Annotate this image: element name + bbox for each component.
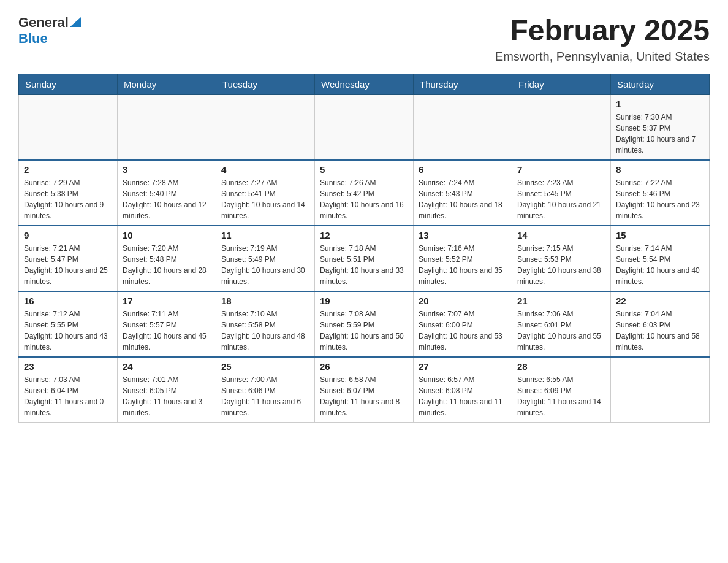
calendar-cell: 20Sunrise: 7:07 AM Sunset: 6:00 PM Dayli… <box>414 291 512 357</box>
day-number: 16 <box>24 296 112 306</box>
calendar-table: SundayMondayTuesdayWednesdayThursdayFrid… <box>18 74 710 423</box>
calendar-week-row: 23Sunrise: 7:03 AM Sunset: 6:04 PM Dayli… <box>19 357 710 423</box>
day-info: Sunrise: 7:16 AM Sunset: 5:52 PM Dayligh… <box>419 243 507 287</box>
calendar-cell <box>512 94 611 160</box>
day-number: 17 <box>123 296 211 306</box>
calendar-week-row: 1Sunrise: 7:30 AM Sunset: 5:37 PM Daylig… <box>19 94 710 160</box>
day-info: Sunrise: 7:27 AM Sunset: 5:41 PM Dayligh… <box>221 177 309 221</box>
logo-general-text: General <box>18 15 69 31</box>
day-number: 24 <box>123 361 211 372</box>
day-number: 7 <box>517 164 605 175</box>
location-title: Emsworth, Pennsylvania, United States <box>495 50 710 64</box>
day-info: Sunrise: 6:57 AM Sunset: 6:08 PM Dayligh… <box>419 374 507 418</box>
day-info: Sunrise: 7:18 AM Sunset: 5:51 PM Dayligh… <box>320 243 408 287</box>
day-info: Sunrise: 7:07 AM Sunset: 6:00 PM Dayligh… <box>419 308 507 353</box>
calendar-cell: 11Sunrise: 7:19 AM Sunset: 5:49 PM Dayli… <box>216 226 315 291</box>
day-number: 6 <box>419 164 507 175</box>
day-info: Sunrise: 7:30 AM Sunset: 5:37 PM Dayligh… <box>616 112 704 156</box>
day-info: Sunrise: 7:06 AM Sunset: 6:01 PM Dayligh… <box>517 308 605 353</box>
day-info: Sunrise: 7:11 AM Sunset: 5:57 PM Dayligh… <box>123 308 211 353</box>
calendar-cell: 27Sunrise: 6:57 AM Sunset: 6:08 PM Dayli… <box>414 357 512 423</box>
calendar-header-row: SundayMondayTuesdayWednesdayThursdayFrid… <box>19 74 710 94</box>
day-number: 27 <box>419 361 507 372</box>
day-info: Sunrise: 7:03 AM Sunset: 6:04 PM Dayligh… <box>24 374 112 418</box>
calendar-week-row: 16Sunrise: 7:12 AM Sunset: 5:55 PM Dayli… <box>19 291 710 357</box>
day-info: Sunrise: 7:00 AM Sunset: 6:06 PM Dayligh… <box>221 374 309 418</box>
calendar-cell: 10Sunrise: 7:20 AM Sunset: 5:48 PM Dayli… <box>118 226 216 291</box>
col-header-sunday: Sunday <box>19 74 118 94</box>
day-info: Sunrise: 7:24 AM Sunset: 5:43 PM Dayligh… <box>419 177 507 221</box>
day-number: 15 <box>616 230 704 240</box>
page-header: General Blue February 2025 Emsworth, Pen… <box>18 15 710 64</box>
day-number: 2 <box>24 164 112 175</box>
calendar-cell: 24Sunrise: 7:01 AM Sunset: 6:05 PM Dayli… <box>118 357 216 423</box>
day-info: Sunrise: 7:22 AM Sunset: 5:46 PM Dayligh… <box>616 177 704 221</box>
day-info: Sunrise: 7:28 AM Sunset: 5:40 PM Dayligh… <box>123 177 211 221</box>
calendar-cell: 12Sunrise: 7:18 AM Sunset: 5:51 PM Dayli… <box>315 226 414 291</box>
logo-triangle-icon <box>70 17 81 27</box>
day-number: 8 <box>616 164 704 175</box>
calendar-cell: 9Sunrise: 7:21 AM Sunset: 5:47 PM Daylig… <box>19 226 118 291</box>
logo: General Blue <box>18 15 81 47</box>
day-info: Sunrise: 7:15 AM Sunset: 5:53 PM Dayligh… <box>517 243 605 287</box>
day-info: Sunrise: 7:08 AM Sunset: 5:59 PM Dayligh… <box>320 308 408 353</box>
calendar-cell <box>19 94 118 160</box>
calendar-cell <box>216 94 315 160</box>
calendar-cell: 26Sunrise: 6:58 AM Sunset: 6:07 PM Dayli… <box>315 357 414 423</box>
col-header-saturday: Saturday <box>611 74 710 94</box>
svg-marker-0 <box>70 17 81 27</box>
day-number: 28 <box>517 361 605 372</box>
col-header-monday: Monday <box>118 74 216 94</box>
day-info: Sunrise: 7:10 AM Sunset: 5:58 PM Dayligh… <box>221 308 309 353</box>
calendar-cell: 25Sunrise: 7:00 AM Sunset: 6:06 PM Dayli… <box>216 357 315 423</box>
calendar-cell: 1Sunrise: 7:30 AM Sunset: 5:37 PM Daylig… <box>611 94 710 160</box>
calendar-cell: 3Sunrise: 7:28 AM Sunset: 5:40 PM Daylig… <box>118 160 216 226</box>
calendar-cell: 13Sunrise: 7:16 AM Sunset: 5:52 PM Dayli… <box>414 226 512 291</box>
calendar-cell: 14Sunrise: 7:15 AM Sunset: 5:53 PM Dayli… <box>512 226 611 291</box>
day-number: 9 <box>24 230 112 240</box>
day-info: Sunrise: 7:21 AM Sunset: 5:47 PM Dayligh… <box>24 243 112 287</box>
day-number: 12 <box>320 230 408 240</box>
calendar-cell: 21Sunrise: 7:06 AM Sunset: 6:01 PM Dayli… <box>512 291 611 357</box>
day-info: Sunrise: 7:26 AM Sunset: 5:42 PM Dayligh… <box>320 177 408 221</box>
day-info: Sunrise: 7:20 AM Sunset: 5:48 PM Dayligh… <box>123 243 211 287</box>
calendar-cell: 28Sunrise: 6:55 AM Sunset: 6:09 PM Dayli… <box>512 357 611 423</box>
day-number: 20 <box>419 296 507 306</box>
day-number: 23 <box>24 361 112 372</box>
calendar-cell: 6Sunrise: 7:24 AM Sunset: 5:43 PM Daylig… <box>414 160 512 226</box>
calendar-cell: 17Sunrise: 7:11 AM Sunset: 5:57 PM Dayli… <box>118 291 216 357</box>
title-block: February 2025 Emsworth, Pennsylvania, Un… <box>495 15 710 64</box>
day-number: 5 <box>320 164 408 175</box>
day-number: 1 <box>616 99 704 109</box>
day-number: 4 <box>221 164 309 175</box>
day-number: 11 <box>221 230 309 240</box>
calendar-cell: 8Sunrise: 7:22 AM Sunset: 5:46 PM Daylig… <box>611 160 710 226</box>
calendar-cell <box>414 94 512 160</box>
calendar-cell: 2Sunrise: 7:29 AM Sunset: 5:38 PM Daylig… <box>19 160 118 226</box>
col-header-tuesday: Tuesday <box>216 74 315 94</box>
day-info: Sunrise: 7:19 AM Sunset: 5:49 PM Dayligh… <box>221 243 309 287</box>
day-number: 3 <box>123 164 211 175</box>
day-number: 22 <box>616 296 704 306</box>
calendar-cell: 15Sunrise: 7:14 AM Sunset: 5:54 PM Dayli… <box>611 226 710 291</box>
calendar-cell: 23Sunrise: 7:03 AM Sunset: 6:04 PM Dayli… <box>19 357 118 423</box>
day-info: Sunrise: 7:23 AM Sunset: 5:45 PM Dayligh… <box>517 177 605 221</box>
col-header-thursday: Thursday <box>414 74 512 94</box>
calendar-cell <box>315 94 414 160</box>
calendar-cell: 16Sunrise: 7:12 AM Sunset: 5:55 PM Dayli… <box>19 291 118 357</box>
day-info: Sunrise: 6:58 AM Sunset: 6:07 PM Dayligh… <box>320 374 408 418</box>
day-info: Sunrise: 7:29 AM Sunset: 5:38 PM Dayligh… <box>24 177 112 221</box>
calendar-cell: 4Sunrise: 7:27 AM Sunset: 5:41 PM Daylig… <box>216 160 315 226</box>
calendar-cell: 7Sunrise: 7:23 AM Sunset: 5:45 PM Daylig… <box>512 160 611 226</box>
day-number: 25 <box>221 361 309 372</box>
day-number: 14 <box>517 230 605 240</box>
day-info: Sunrise: 7:01 AM Sunset: 6:05 PM Dayligh… <box>123 374 211 418</box>
col-header-wednesday: Wednesday <box>315 74 414 94</box>
logo-blue-text: Blue <box>18 31 48 46</box>
day-number: 21 <box>517 296 605 306</box>
calendar-cell: 5Sunrise: 7:26 AM Sunset: 5:42 PM Daylig… <box>315 160 414 226</box>
day-number: 13 <box>419 230 507 240</box>
day-number: 10 <box>123 230 211 240</box>
col-header-friday: Friday <box>512 74 611 94</box>
calendar-cell: 19Sunrise: 7:08 AM Sunset: 5:59 PM Dayli… <box>315 291 414 357</box>
